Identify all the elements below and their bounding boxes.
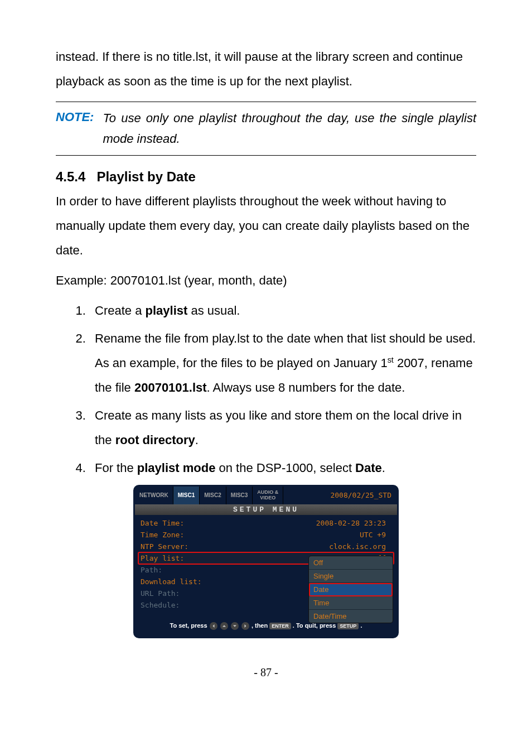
setup-keycap-icon: SETUP bbox=[337, 623, 359, 629]
up-arrow-icon bbox=[220, 622, 228, 630]
heading-title: Playlist by Date bbox=[96, 169, 195, 184]
option-date[interactable]: Date bbox=[309, 583, 393, 596]
option-single[interactable]: Single bbox=[309, 570, 393, 583]
section-description: In order to have different playlists thr… bbox=[56, 189, 476, 263]
note-label: NOTE: bbox=[56, 108, 94, 124]
tab-misc2[interactable]: MISC2 bbox=[200, 487, 226, 504]
tab-bar: NETWORK MISC1 MISC2 MISC3 AUDIO & VIDEO … bbox=[135, 487, 397, 504]
step-2: Rename the file from play.lst to the dat… bbox=[89, 326, 476, 400]
step-3: Create as many lists as you like and sto… bbox=[89, 403, 476, 452]
section-heading: 4.5.4Playlist by Date bbox=[56, 169, 476, 185]
step-4: For the playlist mode on the DSP-1000, s… bbox=[89, 456, 476, 480]
left-arrow-icon bbox=[210, 622, 217, 630]
setup-menu-screenshot: NETWORK MISC1 MISC2 MISC3 AUDIO & VIDEO … bbox=[133, 485, 399, 638]
example-line: Example: 20070101.lst (year, month, date… bbox=[56, 268, 476, 293]
enter-keycap-icon: ENTER bbox=[269, 623, 291, 629]
tab-audio-video[interactable]: AUDIO & VIDEO bbox=[253, 487, 283, 504]
intro-paragraph: instead. If there is no title.lst, it wi… bbox=[56, 45, 476, 94]
playlist-dropdown[interactable]: Off Single Date Time Date/Time bbox=[309, 556, 393, 623]
settings-panel: Date Time: 2008-02-28 23:23 Time Zone: U… bbox=[135, 515, 397, 617]
row-ntp-server[interactable]: NTP Server: clock.isc.org bbox=[135, 541, 397, 552]
option-datetime[interactable]: Date/Time bbox=[309, 610, 393, 623]
option-off[interactable]: Off bbox=[309, 556, 393, 570]
tab-misc1[interactable]: MISC1 bbox=[173, 487, 200, 504]
step-1: Create a playlist as usual. bbox=[89, 298, 476, 323]
row-timezone[interactable]: Time Zone: UTC +9 bbox=[135, 529, 397, 541]
option-time[interactable]: Time bbox=[309, 596, 393, 610]
right-arrow-icon bbox=[241, 622, 249, 630]
heading-number: 4.5.4 bbox=[56, 169, 85, 185]
tab-network[interactable]: NETWORK bbox=[135, 487, 173, 504]
note-text: To use only one playlist throughout the … bbox=[103, 108, 476, 150]
menu-title: SETUP MENU bbox=[135, 504, 397, 515]
firmware-version: 2008/02/25_STD bbox=[325, 487, 397, 504]
row-datetime[interactable]: Date Time: 2008-02-28 23:23 bbox=[135, 517, 397, 529]
down-arrow-icon bbox=[231, 622, 239, 630]
note-box: NOTE: To use only one playlist throughou… bbox=[56, 102, 476, 156]
steps-list: Create a playlist as usual. Rename the f… bbox=[67, 298, 476, 480]
page-number: - 87 - bbox=[56, 666, 476, 679]
tab-misc3[interactable]: MISC3 bbox=[226, 487, 253, 504]
